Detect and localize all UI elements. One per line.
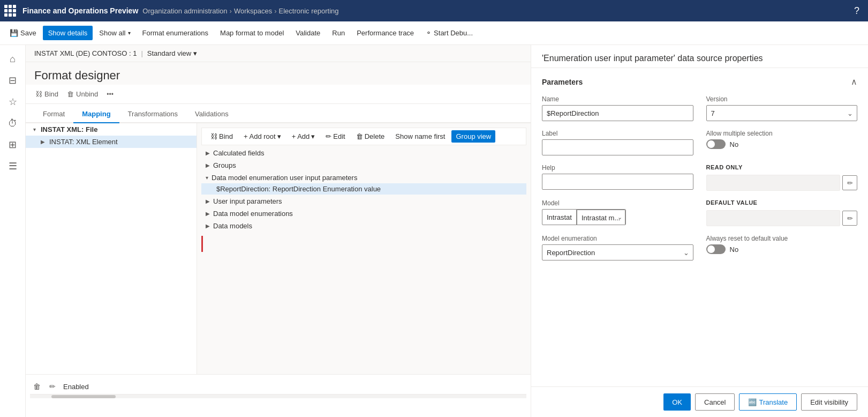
rp-toggle-allow-multiple-label: No — [730, 140, 739, 148]
ds-header-calculated[interactable]: ▶ Calculated fields — [201, 147, 526, 159]
rp-toggle-always-reset[interactable] — [706, 244, 726, 254]
start-debug-button[interactable]: ⚬ Start Debu... — [420, 26, 478, 40]
rp-readonly-row: ✏ — [706, 175, 858, 191]
ds-header-enum-params[interactable]: ▾ Data model enumeration user input para… — [201, 172, 526, 183]
toolbar-row: ⛓ Bind 🗑 Unbind ••• — [26, 85, 531, 104]
breadcrumb-item-1[interactable]: Organization administration — [142, 7, 227, 15]
rp-select-model-right[interactable]: Intrastat m... — [577, 210, 625, 225]
add-chevron-icon: ▾ — [311, 132, 315, 140]
show-details-button[interactable]: Show details — [43, 26, 93, 40]
breadcrumb-chevron-1: › — [230, 7, 232, 15]
tree-panel: ▾ INSTAT XML: File ▶ INSTAT: XML Element — [26, 123, 197, 374]
split-area: ▾ INSTAT XML: File ▶ INSTAT: XML Element… — [26, 123, 531, 374]
translate-button[interactable]: 🔤 Translate — [739, 393, 797, 411]
rp-input-help[interactable] — [542, 174, 693, 190]
sub-breadcrumb-view[interactable]: Standard view ▾ — [147, 49, 197, 57]
tab-validations[interactable]: Validations — [186, 106, 237, 123]
ds-header-groups[interactable]: ▶ Groups — [201, 160, 526, 171]
sidebar-home-icon[interactable]: ⌂ — [3, 49, 22, 69]
sidebar-star-icon[interactable]: ☆ — [3, 92, 22, 111]
sidebar-dashboard-icon[interactable]: ⊞ — [3, 135, 22, 154]
unbind-link[interactable]: 🗑 Unbind — [64, 88, 101, 100]
mapping-bind-icon: ⛓ — [210, 132, 217, 140]
rp-input-name[interactable] — [542, 105, 693, 121]
sidebar-list-icon[interactable]: ☰ — [3, 157, 22, 176]
map-format-button[interactable]: Map format to model — [215, 26, 289, 40]
rp-field-label: Label — [542, 130, 693, 155]
left-sidebar: ⌂ ⊟ ☆ ⏱ ⊞ ☰ — [0, 45, 26, 417]
toggle-thumb-allow-multiple — [707, 140, 715, 148]
more-options-link[interactable]: ••• — [103, 88, 117, 100]
mapping-panel: ⛓ Bind + Add root ▾ + Add ▾ ✏ Edit — [197, 123, 531, 374]
rp-field-always-reset: Always reset to default value No — [706, 235, 858, 260]
view-chevron-icon: ▾ — [193, 49, 197, 57]
rp-label-allow-multiple: Allow multiple selection — [706, 130, 858, 137]
tab-mapping[interactable]: Mapping — [73, 106, 119, 123]
tree-item-file[interactable]: ▾ INSTAT XML: File — [26, 123, 197, 136]
mapping-add-root-button[interactable]: + Add root ▾ — [239, 130, 285, 143]
group-view-button[interactable]: Group view — [451, 130, 495, 143]
rp-select-version-wrapper: 7 — [706, 105, 858, 121]
rp-edit-default-value-button[interactable]: ✏ — [842, 211, 857, 226]
show-all-button[interactable]: Show all ▾ — [94, 26, 135, 40]
mapping-delete-button[interactable]: 🗑 Delete — [352, 130, 389, 143]
toggle-thumb-always-reset — [707, 245, 715, 253]
rp-body: Parameters ∧ Name Version 7 — [531, 68, 868, 386]
bottom-delete-btn[interactable]: 🗑 — [30, 381, 44, 392]
bottom-toolbar: 🗑 ✏ Enabled — [30, 379, 526, 394]
rp-input-readonly[interactable] — [706, 175, 841, 191]
mapping-edit-button[interactable]: ✏ Edit — [321, 130, 349, 143]
mapping-add-button[interactable]: + Add ▾ — [288, 130, 320, 143]
rp-edit-readonly-button[interactable]: ✏ — [842, 175, 857, 190]
ok-button[interactable]: OK — [663, 393, 691, 411]
cancel-button[interactable]: Cancel — [695, 393, 735, 411]
toggle-track-allow-multiple — [706, 139, 726, 149]
app-name: Finance and Operations Preview — [22, 6, 138, 15]
mapping-toolbar: ⛓ Bind + Add root ▾ + Add ▾ ✏ Edit — [201, 128, 526, 145]
rp-select-model-enum[interactable]: ReportDirection — [542, 244, 693, 260]
breadcrumb-chevron-2: › — [274, 7, 276, 15]
format-enumerations-button[interactable]: Format enumerations — [137, 26, 214, 40]
rp-toggle-allow-multiple[interactable] — [706, 139, 726, 149]
mapping-bind-button[interactable]: ⛓ Bind — [206, 130, 237, 143]
content-area: ⌂ ⊟ ☆ ⏱ ⊞ ☰ INSTAT XML (DE) CONTOSO : 1 … — [0, 45, 868, 417]
validate-button[interactable]: Validate — [290, 26, 326, 40]
show-name-first-button[interactable]: Show name first — [391, 130, 449, 143]
bottom-edit-btn[interactable]: ✏ — [46, 381, 59, 392]
ds-header-data-models[interactable]: ▶ Data models — [201, 220, 526, 232]
performance-trace-button[interactable]: Performance trace — [351, 26, 419, 40]
help-icon[interactable]: ? — [850, 5, 864, 17]
sidebar-filter-icon[interactable]: ⊟ — [3, 71, 22, 90]
tree-collapse-icon: ▶ — [39, 139, 47, 145]
rp-input-default-value[interactable] — [706, 210, 841, 226]
rp-collapse-button[interactable]: ∧ — [851, 77, 857, 87]
unbind-icon: 🗑 — [67, 90, 74, 98]
rp-toggle-allow-multiple-row: No — [706, 139, 858, 149]
show-all-chevron-icon: ▾ — [128, 30, 131, 36]
run-button[interactable]: Run — [327, 26, 350, 40]
rp-input-label[interactable] — [542, 139, 693, 155]
tab-format[interactable]: Format — [34, 106, 73, 123]
sidebar-history-icon[interactable]: ⏱ — [3, 114, 22, 133]
ds-section-groups: ▶ Groups — [201, 160, 526, 171]
rp-field-allow-multiple: Allow multiple selection No — [706, 130, 858, 155]
rp-select-version[interactable]: 7 — [706, 105, 858, 121]
ds-chevron-groups: ▶ — [206, 162, 210, 168]
rp-field-help: Help — [542, 164, 693, 191]
page-title: Format designer — [26, 62, 531, 85]
ds-header-model-enums[interactable]: ▶ Data model enumerations — [201, 208, 526, 219]
tree-item-element[interactable]: ▶ INSTAT: XML Element — [26, 136, 197, 148]
tab-transformations[interactable]: Transformations — [119, 106, 186, 123]
bind-link[interactable]: ⛓ Bind — [32, 88, 62, 100]
ds-item-report-direction[interactable]: $ReportDirection: ReportDirection Enumer… — [201, 183, 526, 195]
save-button[interactable]: 💾 Save — [4, 26, 42, 40]
edit-visibility-button[interactable]: Edit visibility — [801, 393, 857, 411]
rp-select-model-enum-wrapper: ReportDirection — [542, 244, 693, 260]
ds-chevron-calculated: ▶ — [206, 150, 210, 156]
horizontal-scrollbar[interactable] — [30, 394, 526, 398]
app-menu-icon[interactable] — [4, 5, 16, 17]
breadcrumb-item-2[interactable]: Workspaces — [234, 7, 272, 15]
ds-header-user-input[interactable]: ▶ User input parameters — [201, 196, 526, 207]
ds-chevron-user-input: ▶ — [206, 198, 210, 204]
breadcrumb-item-3[interactable]: Electronic reporting — [279, 7, 339, 15]
